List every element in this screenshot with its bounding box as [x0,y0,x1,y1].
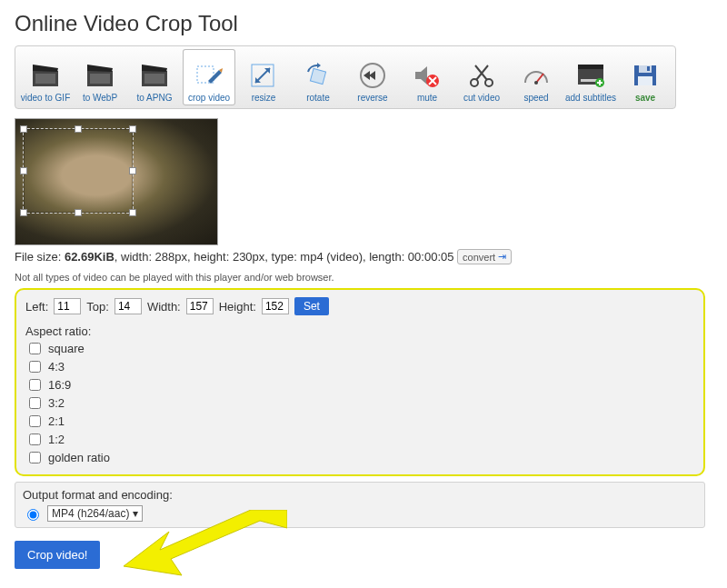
tool-label: add subtitles [565,93,616,103]
aspect-label: 1:2 [48,433,65,446]
aspect-label: 3:2 [48,396,65,410]
output-title: Output format and encoding: [23,488,697,502]
aspect-checkbox[interactable] [29,361,41,373]
tool-rotate[interactable]: rotate [292,49,344,105]
aspect-checkbox[interactable] [29,452,41,463]
output-radio[interactable] [27,509,39,521]
convert-label: convert [463,252,495,263]
svg-marker-4 [87,65,113,72]
tool-video-to-gif[interactable]: video to GIF [19,49,72,105]
svg-marker-1 [33,65,58,72]
crop-video-button[interactable]: Crop video! [15,541,100,569]
crop-selection[interactable] [23,128,134,214]
output-selected: MP4 (h264/aac) [52,507,129,520]
crop-handle-nw[interactable] [20,125,27,133]
player-note: Not all types of video can be played wit… [15,272,712,283]
svg-rect-39 [638,76,652,85]
crop-dimensions-row: Left: Top: Width: Height: Set [25,297,694,315]
tool-label: reverse [357,93,387,103]
subtitles-icon [575,62,606,89]
tool-speed[interactable]: speed [510,49,563,105]
file-info: File size: 62.69KiB, width: 288px, heigh… [15,249,712,264]
aspect-option-square[interactable]: square [25,340,694,357]
aspect-option-golden[interactable]: golden ratio [25,449,694,466]
tool-label: save [635,93,655,103]
aspect-option-4-3[interactable]: 4:3 [25,358,694,375]
tool-save[interactable]: save [619,49,672,105]
tool-label: speed [523,93,548,103]
width-label: Width: [147,300,181,314]
clapper-icon [85,62,115,89]
svg-rect-40 [647,66,650,71]
tool-label: rotate [306,93,330,103]
speed-icon [521,62,552,89]
aspect-option-3-2[interactable]: 3:2 [25,394,694,412]
svg-rect-16 [310,68,325,84]
toolbar: video to GIF to WebP to APNG crop video … [15,45,676,109]
width-input[interactable] [186,298,214,314]
tool-label: crop video [188,93,230,103]
crop-handle-e[interactable] [129,167,136,174]
video-preview[interactable] [15,118,218,245]
aspect-checkbox[interactable] [29,397,41,409]
aspect-option-2-1[interactable]: 2:1 [25,413,694,430]
tool-mute[interactable]: mute [401,49,453,105]
crop-handle-ne[interactable] [129,125,136,133]
aspect-label: golden ratio [48,451,110,464]
aspect-label: square [48,342,85,355]
left-input[interactable] [54,298,81,314]
output-format-select[interactable]: MP4 (h264/aac) ▾ [47,505,143,522]
aspect-ratio-group: Aspect ratio: square 4:3 16:9 3:2 2:1 1:… [25,324,694,466]
crop-handle-se[interactable] [129,209,136,216]
aspect-checkbox[interactable] [29,415,41,427]
crop-handle-s[interactable] [75,209,82,216]
svg-rect-2 [35,74,55,84]
aspect-label: 2:1 [48,414,65,428]
page-title: Online Video Crop Tool [15,11,712,36]
tool-resize[interactable]: resize [237,49,290,105]
convert-button[interactable]: convert ⇥ [457,249,512,264]
top-label: Top: [86,300,109,314]
tool-label: to APNG [137,93,173,103]
tool-to-apng[interactable]: to APNG [128,49,181,105]
height-input[interactable] [262,298,289,314]
svg-marker-7 [142,65,167,72]
output-panel: Output format and encoding: MP4 (h264/aa… [15,482,705,528]
svg-rect-5 [90,74,110,84]
scissors-icon [466,62,497,89]
clapper-icon [30,62,61,89]
convert-arrow-icon: ⇥ [498,251,506,263]
svg-marker-21 [415,66,427,85]
tool-label: video to GIF [21,93,70,103]
aspect-checkbox[interactable] [29,343,41,354]
reverse-icon [357,62,388,89]
crop-handle-sw[interactable] [20,209,27,216]
tool-label: cut video [463,93,500,103]
crop-handle-w[interactable] [20,167,27,174]
set-button[interactable]: Set [294,297,329,315]
tool-reverse[interactable]: reverse [346,49,399,105]
aspect-checkbox[interactable] [29,434,41,445]
left-label: Left: [25,300,48,314]
save-icon [630,62,661,89]
height-label: Height: [219,300,256,314]
resize-icon [248,62,279,89]
svg-rect-32 [578,65,603,69]
top-input[interactable] [115,298,142,314]
tool-crop-video[interactable]: crop video [183,49,235,105]
tool-label: resize [252,93,276,103]
aspect-option-1-2[interactable]: 1:2 [25,431,694,448]
aspect-checkbox[interactable] [29,379,41,391]
tool-cut-video[interactable]: cut video [455,49,508,105]
svg-point-30 [534,81,538,85]
file-size-value: 62.69KiB [65,250,115,264]
tool-add-subtitles[interactable]: add subtitles [564,49,617,105]
tool-label: to WebP [83,93,117,103]
crop-handle-n[interactable] [75,125,82,133]
tool-to-webp[interactable]: to WebP [74,49,126,105]
svg-marker-17 [317,63,321,68]
file-size-prefix: File size: [15,250,65,264]
aspect-option-16-9[interactable]: 16:9 [25,376,694,394]
rotate-icon [303,62,334,89]
aspect-title: Aspect ratio: [25,324,694,338]
